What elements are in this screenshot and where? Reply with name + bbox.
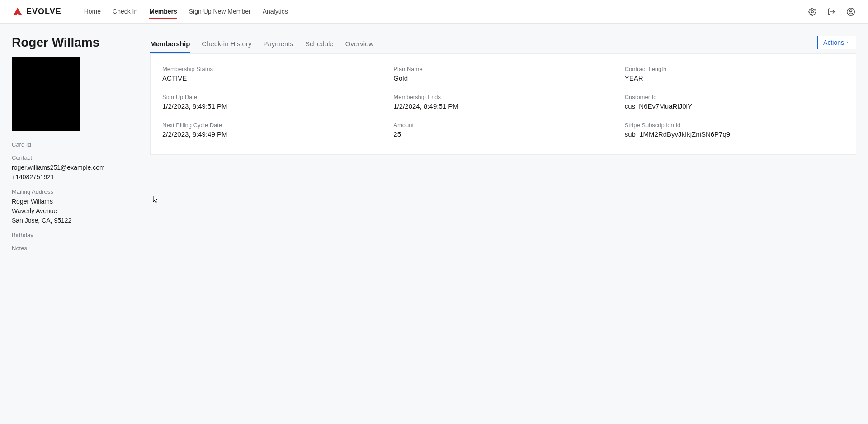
tab-checkin-history[interactable]: Check-in History	[202, 35, 251, 53]
label-sign-up-date: Sign Up Date	[162, 94, 382, 100]
account-icon[interactable]	[846, 7, 855, 16]
main-layout: Roger Willams Card Id Contact roger.will…	[0, 24, 868, 424]
value-stripe-sub: sub_1MM2RdByvJkIkjZniSN6P7q9	[625, 130, 844, 138]
contact-block: Contact roger.williams251@example.com +1…	[12, 154, 126, 182]
notes-label: Notes	[12, 245, 126, 252]
nav-sign-up-new-member[interactable]: Sign Up New Member	[189, 5, 251, 19]
top-nav: EVOLVE Home Check In Members Sign Up New…	[0, 0, 868, 24]
value-amount: 25	[393, 130, 613, 138]
value-customer-id: cus_N6Ev7MuaRlJ0lY	[625, 102, 844, 110]
chevron-down-icon	[846, 39, 850, 46]
label-membership-status: Membership Status	[162, 66, 382, 72]
detail-stripe-sub: Stripe Subscription Id sub_1MM2RdByvJkIk…	[625, 122, 844, 138]
label-plan-name: Plan Name	[393, 66, 613, 72]
detail-membership-status: Membership Status ACTIVE	[162, 66, 382, 82]
content-area: Membership Check-in History Payments Sch…	[138, 24, 868, 424]
value-contract-length: YEAR	[625, 74, 844, 82]
value-plan-name: Gold	[393, 74, 613, 82]
birthday-label: Birthday	[12, 232, 126, 238]
value-membership-ends: 1/2/2024, 8:49:51 PM	[393, 102, 613, 110]
detail-amount: Amount 25	[393, 122, 613, 138]
contact-email: roger.williams251@example.com	[12, 163, 126, 172]
label-amount: Amount	[393, 122, 613, 129]
mailing-line2: Waverly Avenue	[12, 206, 126, 216]
detail-membership-ends: Membership Ends 1/2/2024, 8:49:51 PM	[393, 94, 613, 110]
nav-home[interactable]: Home	[84, 5, 101, 19]
logout-icon[interactable]	[827, 8, 835, 16]
brand-name: EVOLVE	[26, 7, 61, 16]
svg-point-0	[811, 10, 814, 13]
mailing-block: Mailing Address Roger Willams Waverly Av…	[12, 188, 126, 225]
label-stripe-sub: Stripe Subscription Id	[625, 122, 844, 129]
tab-schedule[interactable]: Schedule	[305, 35, 334, 53]
logo-icon	[13, 7, 23, 17]
tab-membership[interactable]: Membership	[150, 35, 190, 53]
label-customer-id: Customer Id	[625, 94, 844, 100]
nav-check-in[interactable]: Check In	[113, 5, 137, 19]
nav-analytics[interactable]: Analytics	[263, 5, 288, 19]
tab-payments[interactable]: Payments	[263, 35, 293, 53]
label-contract-length: Contract Length	[625, 66, 844, 72]
detail-sign-up-date: Sign Up Date 1/2/2023, 8:49:51 PM	[162, 94, 382, 110]
member-name: Roger Willams	[12, 35, 126, 50]
value-next-billing: 2/2/2023, 8:49:49 PM	[162, 130, 382, 138]
actions-label: Actions	[823, 39, 844, 46]
mailing-line3: San Jose, CA, 95122	[12, 216, 126, 225]
notes-block: Notes	[12, 245, 126, 252]
tab-row: Membership Check-in History Payments Sch…	[150, 35, 856, 53]
mailing-label: Mailing Address	[12, 188, 126, 195]
nav-members[interactable]: Members	[149, 5, 177, 19]
actions-button[interactable]: Actions	[817, 36, 856, 49]
tabs: Membership Check-in History Payments Sch…	[150, 35, 373, 53]
detail-contract-length: Contract Length YEAR	[625, 66, 844, 82]
nav-links: Home Check In Members Sign Up New Member…	[84, 5, 288, 19]
card-id-label: Card Id	[12, 141, 126, 148]
card-id-block: Card Id	[12, 141, 126, 148]
birthday-block: Birthday	[12, 232, 126, 238]
contact-label: Contact	[12, 154, 126, 161]
detail-plan-name: Plan Name Gold	[393, 66, 613, 82]
member-avatar	[12, 57, 80, 131]
svg-point-3	[850, 10, 852, 12]
detail-next-billing: Next Billing Cycle Date 2/2/2023, 8:49:4…	[162, 122, 382, 138]
tab-overview[interactable]: Overview	[345, 35, 374, 53]
value-sign-up-date: 1/2/2023, 8:49:51 PM	[162, 102, 382, 110]
nav-right	[808, 7, 855, 16]
nav-left: EVOLVE Home Check In Members Sign Up New…	[13, 5, 288, 19]
label-membership-ends: Membership Ends	[393, 94, 613, 100]
detail-customer-id: Customer Id cus_N6Ev7MuaRlJ0lY	[625, 94, 844, 110]
value-membership-status: ACTIVE	[162, 74, 382, 82]
contact-phone: +14082751921	[12, 172, 126, 182]
member-side-panel: Roger Willams Card Id Contact roger.will…	[0, 24, 138, 424]
membership-details-card: Membership Status ACTIVE Plan Name Gold …	[150, 53, 856, 155]
label-next-billing: Next Billing Cycle Date	[162, 122, 382, 129]
settings-icon[interactable]	[808, 8, 816, 16]
mailing-line1: Roger Willams	[12, 197, 126, 206]
brand-logo[interactable]: EVOLVE	[13, 7, 61, 17]
